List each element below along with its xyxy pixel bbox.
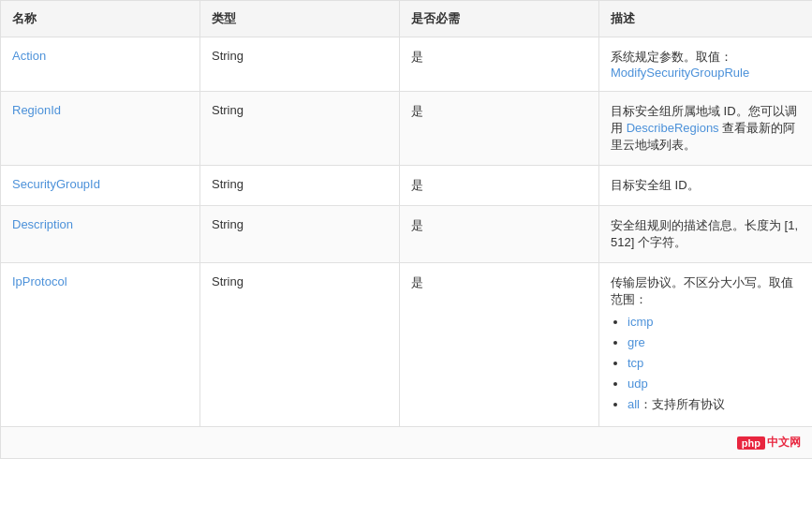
row-type: String bbox=[200, 166, 400, 206]
list-item: icmp bbox=[627, 312, 801, 332]
header-type: 类型 bbox=[200, 1, 400, 37]
gre-link[interactable]: gre bbox=[627, 335, 645, 349]
list-item: gre bbox=[627, 332, 801, 353]
header-desc: 描述 bbox=[599, 1, 813, 37]
icmp-link[interactable]: icmp bbox=[627, 315, 653, 329]
table-row: IpProtocol String 是 传输层协议。不区分大小写。取值范围： i… bbox=[1, 263, 813, 427]
row-type: String bbox=[200, 92, 400, 166]
php-badge: php 中文网 bbox=[737, 435, 801, 451]
row-name: Action bbox=[1, 37, 200, 92]
describe-regions-link[interactable]: DescribeRegions bbox=[627, 121, 719, 135]
row-required: 是 bbox=[400, 37, 599, 92]
row-desc: 目标安全组 ID。 bbox=[599, 166, 813, 206]
row-required: 是 bbox=[400, 263, 599, 427]
table-row: SecurityGroupId String 是 目标安全组 ID。 bbox=[1, 166, 813, 206]
all-link[interactable]: all bbox=[627, 397, 640, 411]
table-row: Action String 是 系统规定参数。取值： ModifySecurit… bbox=[1, 37, 813, 92]
protocol-list: icmp gre tcp udp all：支持所有协议 bbox=[611, 312, 801, 415]
row-name: SecurityGroupId bbox=[1, 166, 200, 206]
row-name: RegionId bbox=[1, 92, 200, 166]
table-row: Description String 是 安全组规则的描述信息。长度为 [1, … bbox=[1, 206, 813, 263]
row-desc: 安全组规则的描述信息。长度为 [1, 512] 个字符。 bbox=[599, 206, 813, 263]
footer-row: php 中文网 bbox=[1, 427, 813, 459]
row-type: String bbox=[200, 263, 400, 427]
row-type: String bbox=[200, 37, 400, 92]
list-item: tcp bbox=[627, 353, 801, 374]
udp-link[interactable]: udp bbox=[627, 377, 648, 391]
header-name: 名称 bbox=[1, 1, 200, 37]
row-desc: 传输层协议。不区分大小写。取值范围： icmp gre tcp udp all：… bbox=[599, 263, 813, 427]
tcp-link[interactable]: tcp bbox=[627, 356, 643, 370]
header-required: 是否必需 bbox=[400, 1, 599, 37]
row-required: 是 bbox=[400, 166, 599, 206]
table-row: RegionId String 是 目标安全组所属地域 ID。您可以调用 Des… bbox=[1, 92, 813, 166]
row-name: IpProtocol bbox=[1, 263, 200, 427]
row-required: 是 bbox=[400, 206, 599, 263]
footer-cell: php 中文网 bbox=[1, 427, 813, 459]
list-item: udp bbox=[627, 374, 801, 394]
list-item: all：支持所有协议 bbox=[627, 394, 801, 415]
row-desc: 系统规定参数。取值： ModifySecurityGroupRule bbox=[599, 37, 813, 92]
row-desc: 目标安全组所属地域 ID。您可以调用 DescribeRegions 查看最新的… bbox=[599, 92, 813, 166]
row-type: String bbox=[200, 206, 400, 263]
modify-security-group-rule-link[interactable]: ModifySecurityGroupRule bbox=[611, 66, 749, 80]
row-required: 是 bbox=[400, 92, 599, 166]
row-name: Description bbox=[1, 206, 200, 263]
